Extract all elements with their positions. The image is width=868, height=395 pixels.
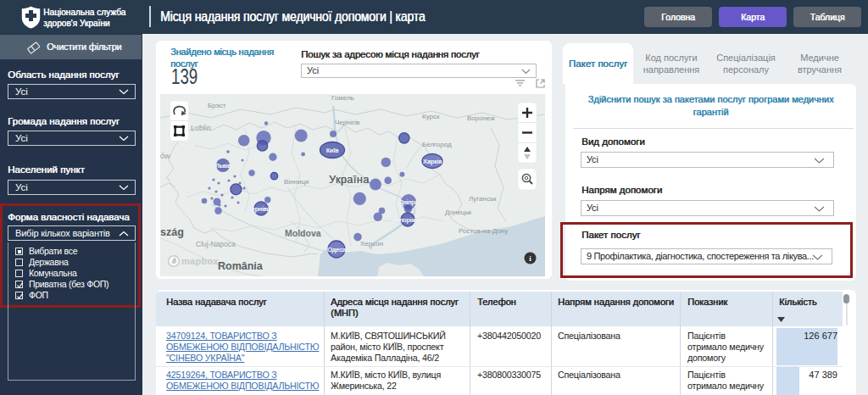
svg-text:szág: szág <box>160 226 184 238</box>
svg-text:Ростов-на-Дону: Ростов-на-Дону <box>459 227 508 235</box>
svg-text:Київ: Київ <box>326 147 339 154</box>
svg-text:Чернігів: Чернігів <box>335 119 359 126</box>
svg-text:ów: ów <box>160 152 170 160</box>
svg-text:Одеса: Одеса <box>327 246 347 253</box>
svg-text:România: România <box>218 260 264 272</box>
svg-text:Гомель: Гомель <box>331 94 354 102</box>
svg-text:Cluj-Napoca: Cluj-Napoca <box>196 240 236 248</box>
svg-text:Запоріжжя: Запоріжжя <box>392 216 424 224</box>
svg-text:Харків: Харків <box>423 158 442 165</box>
svg-text:Lublin: Lublin <box>191 124 211 132</box>
svg-text:Брэст: Брэст <box>208 102 226 109</box>
svg-text:Львів: Львів <box>215 162 231 170</box>
svg-text:Вінниця: Вінниця <box>284 178 309 186</box>
svg-text:Воронеж: Воронеж <box>467 114 495 122</box>
svg-text:Курск: Курск <box>422 113 440 120</box>
svg-text:Херсон: Херсон <box>360 240 383 248</box>
svg-text:Донецьк: Донецьк <box>445 209 472 216</box>
svg-text:Україна: Україна <box>329 174 370 186</box>
svg-text:Белгород: Белгород <box>422 141 452 148</box>
svg-text:Moldova: Moldova <box>285 228 321 238</box>
svg-text:Луганськ: Луганськ <box>469 195 497 203</box>
svg-text:mapbox: mapbox <box>181 256 220 266</box>
svg-text:Дніпро: Дніпро <box>398 198 418 206</box>
svg-text:Чернівці: Чернівці <box>247 205 271 213</box>
